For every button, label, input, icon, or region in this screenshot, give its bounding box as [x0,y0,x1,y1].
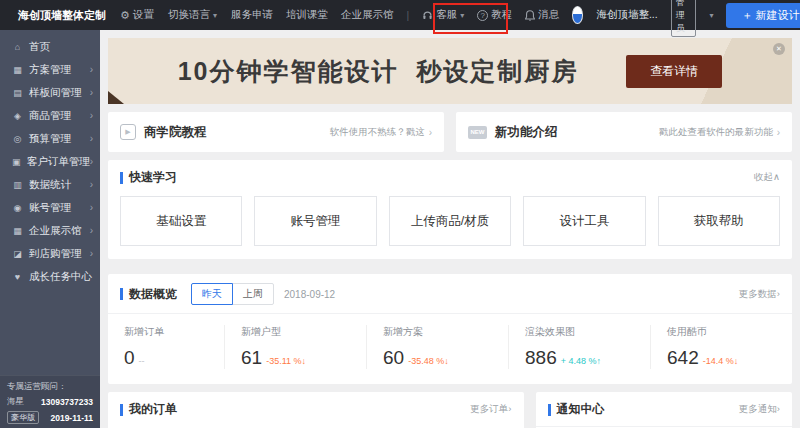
plan-grid-icon: ▦ [11,65,24,75]
more-orders-link[interactable]: 更多订单› [470,403,511,416]
budget-icon: ◎ [11,134,24,144]
role-badge: 管理员 [671,0,697,37]
gallery-icon: ▦ [11,226,24,236]
stat-renders: 渲染效果图 886 + 4.48 %↑ [508,325,650,369]
chevron-right-icon: › [90,87,93,98]
home-icon: ⌂ [11,42,24,52]
sidebar-item-statistics[interactable]: ▥ 数据统计 › [0,173,100,196]
quick-button-account[interactable]: 账号管理 [254,196,376,246]
my-orders-title: 我的订单 [120,401,177,418]
quick-button-upload-goods[interactable]: 上传商品/材质 [389,196,511,246]
avatar[interactable] [572,6,583,24]
sidebar-item-budget[interactable]: ◎ 预算管理 › [0,127,100,150]
my-orders-panel: 我的订单 更多订单› 新建订单 [108,392,524,428]
headset-icon [422,10,433,21]
stat-new-orders: 新增订单 0 -- [108,325,224,369]
switch-language-button[interactable]: 切换语言 ▾ [168,8,217,22]
notification-center-title: 通知中心 [548,401,605,418]
account-name[interactable]: 海创顶墙整... [596,8,657,22]
nav-service-request[interactable]: 服务申请 [231,8,273,22]
sidebar-footer: 专属运营顾问： 海星 13093737233 豪华版 2019-11-11 [0,375,100,428]
quick-button-get-help[interactable]: 获取帮助 [658,196,780,246]
advisor-label: 专属运营顾问： [7,381,93,393]
notification-center-panel: 通知中心 更多通知› 【系统通知】定制厨房，零基础也能快速上手，速来学习。 点我… [536,392,792,428]
sidebar-item-accounts[interactable]: ◉ 账号管理 › [0,196,100,219]
chevron-right-icon: › [90,133,93,144]
chevron-down-icon: ▾ [213,11,217,20]
quick-learn-panel: 快速学习 收起∧ 基础设置 账号管理 上传商品/材质 设计工具 获取帮助 [108,160,792,259]
chevron-right-icon: › [90,225,93,236]
arrow-up-icon: ↑ [596,356,601,366]
chevron-right-icon: › [777,288,780,299]
bar-chart-icon: ▥ [11,180,24,190]
user-icon: ◉ [11,203,24,213]
data-overview-panel: 数据概览 昨天 上周 2018-09-12 更多数据› 新增订单 0 -- 新增… [108,274,792,384]
sidebar-item-goods[interactable]: ◈ 商品管理 › [0,104,100,127]
nav-training-class[interactable]: 培训课堂 [286,8,328,22]
sidebar: ⌂ 首页 ▦ 方案管理 › ▤ 样板间管理 › ◈ 商品管理 › ◎ 预算管理 … [0,30,100,428]
topbar: 海创顶墙整体定制 ⚙ 设置 切换语言 ▾ 服务申请 培训课堂 企业展示馆 | 客… [0,0,800,30]
chevron-right-icon: › [90,156,93,167]
chevron-down-icon[interactable]: ▾ [709,11,713,20]
more-data-link[interactable]: 更多数据› [739,288,780,301]
sidebar-item-store-purchase[interactable]: ◪ 到店购管理 › [0,242,100,265]
chevron-right-icon: › [90,110,93,121]
close-icon[interactable]: ✕ [773,43,785,55]
edition-badge: 豪华版 [7,411,39,424]
banner-cta-button[interactable]: 查看详情 [626,55,722,88]
arrow-down-icon: ↓ [302,356,307,366]
messages-button[interactable]: 消息 [525,8,559,22]
stat-new-plans: 新增方案 60 -35.48 %↓ [366,325,508,369]
chevron-right-icon: › [90,202,93,213]
annotation-highlight-box [433,3,508,34]
chevron-right-icon: › [777,127,780,138]
tab-yesterday[interactable]: 昨天 [191,283,233,305]
chevron-right-icon: › [90,64,93,75]
sidebar-item-enterprise-gallery[interactable]: ▦ 企业展示馆 › [0,219,100,242]
new-features-card[interactable]: NEW 新功能介绍 戳此处查看软件的最新功能 › [456,112,792,152]
order-list-icon: ▣ [11,157,22,167]
chevron-up-icon: ∧ [773,171,780,182]
arrow-down-icon: ↓ [734,356,739,366]
tab-last-week[interactable]: 上周 [232,283,274,305]
sidebar-item-showrooms[interactable]: ▤ 样板间管理 › [0,81,100,104]
store-icon: ◪ [11,249,24,259]
divider: | [406,9,409,21]
sidebar-item-home[interactable]: ⌂ 首页 [0,35,100,58]
data-date: 2018-09-12 [284,289,335,300]
quick-learn-title: 快速学习 [120,169,177,186]
arrow-down-icon: ↓ [444,356,449,366]
chevron-right-icon: › [90,179,93,190]
stat-new-floorplans: 新增户型 61 -35.11 %↓ [224,325,366,369]
bell-icon [525,10,535,21]
showroom-icon: ▤ [11,88,24,98]
advisor-phone: 13093737233 [41,397,93,407]
promo-banner: 10分钟学智能设计 秒设定制厨房 查看详情 ✕ [108,38,792,104]
sidebar-item-customer-orders[interactable]: ▣ 客户订单管理 › [0,150,100,173]
new-design-button[interactable]: ＋ 新建设计 [726,3,800,28]
goods-icon: ◈ [11,111,24,121]
settings-button[interactable]: ⚙ 设置 [120,8,154,22]
play-icon: ▶ [120,124,136,140]
advisor-name: 海星 [7,396,24,408]
brand-title: 海创顶墙整体定制 [18,8,106,23]
heart-icon: ♥ [11,272,24,282]
chevron-right-icon: › [508,403,511,414]
data-overview-title: 数据概览 [120,286,177,303]
banner-title: 10分钟学智能设计 秒设定制厨房 [178,55,579,88]
quick-button-basic-settings[interactable]: 基础设置 [120,196,242,246]
expiry-date: 2019-11-11 [50,413,93,423]
sidebar-item-plans[interactable]: ▦ 方案管理 › [0,58,100,81]
new-icon: NEW [468,126,487,139]
sidebar-item-growth-center[interactable]: ♥ 成长任务中心 [0,265,100,288]
stats-row: 新增订单 0 -- 新增户型 61 -35.11 %↓ 新增方案 60 -35.… [108,314,792,384]
chevron-right-icon: › [429,127,432,138]
gear-icon: ⚙ [120,9,130,22]
collapse-button[interactable]: 收起∧ [754,171,780,184]
nav-enterprise-gallery[interactable]: 企业展示馆 [341,8,394,22]
business-school-card[interactable]: ▶ 商学院教程 软件使用不熟练？戳这 › [108,112,444,152]
quick-button-design-tools[interactable]: 设计工具 [523,196,645,246]
chevron-right-icon: › [90,248,93,259]
main-content: 10分钟学智能设计 秒设定制厨房 查看详情 ✕ ▶ 商学院教程 软件使用不熟练？… [100,30,800,428]
more-notices-link[interactable]: 更多通知› [739,403,780,416]
